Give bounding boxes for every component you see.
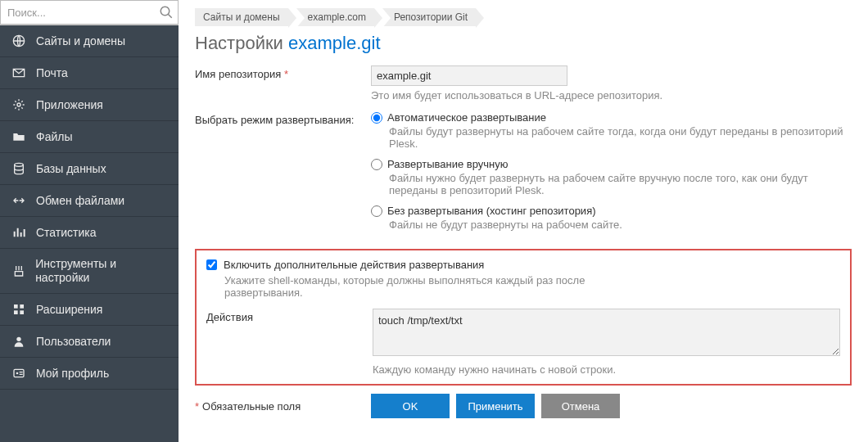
deploy-auto-desc: Файлы будут развернуты на рабочем сайте … [389, 125, 848, 150]
main-content: Сайты и домены example.com Репозитории G… [179, 0, 868, 442]
gear-icon [11, 97, 26, 112]
crumb-sites[interactable]: Сайты и домены [195, 8, 288, 26]
extra-actions-checkbox[interactable] [206, 259, 217, 270]
page-title-repo: example.git [288, 33, 381, 53]
sidebar-item-databases[interactable]: Базы данных [0, 153, 179, 185]
database-icon [11, 161, 26, 176]
ok-button[interactable]: OK [371, 394, 450, 418]
crumb-git[interactable]: Репозитории Git [382, 8, 476, 26]
deploy-none-radio[interactable] [371, 205, 382, 217]
search-icon[interactable] [159, 5, 174, 20]
deploy-manual-label: Развертывание вручную [387, 158, 508, 170]
sidebar-item-label: Почта [36, 66, 68, 79]
sidebar-item-label: Файлы [36, 130, 72, 143]
sidebar-item-label: Сайты и домены [36, 34, 125, 47]
profile-icon [11, 366, 26, 381]
search-box [0, 0, 179, 25]
sidebar-item-label: Базы данных [36, 162, 106, 175]
sidebar-item-users[interactable]: Пользователи [0, 326, 179, 358]
extra-actions-label: Включить дополнительные действия разверт… [224, 259, 484, 271]
deploy-auto-label: Автоматическое развертывание [387, 111, 546, 124]
search-input[interactable] [0, 0, 179, 25]
crumb-domain[interactable]: example.com [296, 8, 374, 26]
sidebar-item-label: Приложения [36, 98, 103, 111]
user-icon [11, 334, 26, 349]
sidebar-item-sites[interactable]: Сайты и домены [0, 25, 179, 57]
deploy-mode-label: Выбрать режим развертывания: [195, 111, 371, 126]
svg-rect-7 [14, 310, 18, 314]
apply-button[interactable]: Применить [456, 394, 535, 418]
svg-point-9 [16, 336, 20, 341]
deploy-none-desc: Файлы не будут развернуты на рабочем сай… [389, 219, 848, 231]
svg-rect-10 [14, 369, 24, 377]
folder-icon [11, 129, 26, 144]
actions-label: Действия [206, 309, 373, 323]
sidebar-item-label: Мой профиль [36, 367, 109, 380]
cancel-button[interactable]: Отмена [541, 394, 620, 418]
svg-point-3 [17, 103, 20, 106]
mail-icon [11, 65, 26, 80]
deploy-manual-desc: Файлы нужно будет развернуть на рабочем … [389, 172, 848, 196]
svg-point-11 [16, 372, 19, 374]
svg-point-4 [15, 163, 24, 166]
sidebar-item-label: Статистика [36, 226, 97, 239]
globe-icon [11, 34, 26, 48]
actions-hint: Каждую команду нужно начинать с новой ст… [373, 363, 840, 376]
svg-rect-6 [20, 304, 24, 309]
sidebar-item-mail[interactable]: Почта [0, 57, 179, 89]
sidebar-item-label: Обмен файлами [36, 194, 124, 207]
sidebar-item-apps[interactable]: Приложения [0, 89, 179, 121]
svg-rect-8 [20, 310, 24, 314]
sidebar-item-files[interactable]: Файлы [0, 121, 179, 153]
share-icon [11, 193, 26, 208]
puzzle-icon [11, 302, 26, 317]
extra-actions-desc: Укажите shell-команды, которые должны вы… [224, 274, 634, 299]
breadcrumb: Сайты и домены example.com Репозитории G… [195, 8, 852, 26]
sidebar-item-profile[interactable]: Мой профиль [0, 358, 179, 390]
actions-textarea[interactable] [373, 309, 840, 356]
deploy-manual-radio[interactable] [371, 159, 382, 170]
sidebar: Сайты и домены Почта Приложения Файлы Ба… [0, 0, 179, 442]
sidebar-item-label: Расширения [36, 303, 102, 316]
svg-rect-5 [14, 304, 18, 309]
repo-name-hint: Это имя будет использоваться в URL-адрес… [371, 89, 852, 101]
sidebar-item-label: Пользователи [36, 335, 111, 348]
page-title-prefix: Настройки [195, 33, 288, 53]
sidebar-item-filesharing[interactable]: Обмен файлами [0, 185, 179, 217]
sidebar-item-label: Инструменты и настройки [35, 257, 167, 285]
stats-icon [11, 225, 26, 240]
repo-name-label: Имя репозитория * [195, 65, 371, 80]
sidebar-item-tools[interactable]: Инструменты и настройки [0, 249, 179, 294]
deploy-auto-radio[interactable] [371, 112, 382, 124]
tools-icon [11, 264, 25, 278]
sidebar-item-extensions[interactable]: Расширения [0, 294, 179, 326]
repo-name-input[interactable] [371, 65, 567, 86]
page-title: Настройки example.git [195, 33, 852, 54]
svg-point-0 [160, 7, 170, 16]
extra-actions-highlight: Включить дополнительные действия разверт… [195, 249, 852, 386]
required-note: *Обязательные поля [195, 400, 371, 413]
svg-line-1 [168, 14, 172, 18]
sidebar-item-stats[interactable]: Статистика [0, 217, 179, 249]
deploy-none-label: Без развертывания (хостинг репозитория) [387, 205, 596, 217]
